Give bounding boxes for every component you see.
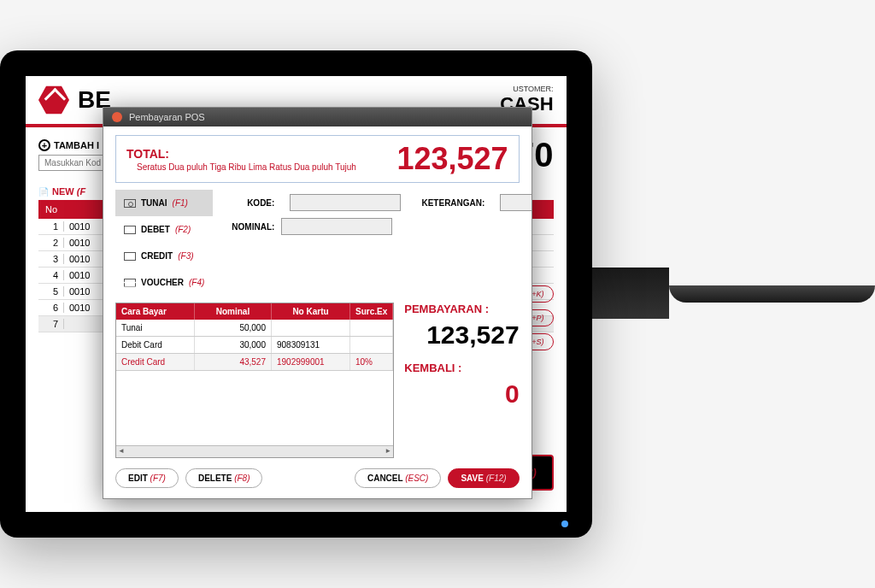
nominal-label: NOMINAL: [223,222,274,232]
kode-label: KODE: [223,198,274,208]
keterangan-input[interactable] [500,194,531,211]
modal-title-text: Pembayaran POS [129,112,205,122]
payment-method-section: TUNAI (F1)DEBET (F2)CREDIT (F3)VOUCHER (… [115,190,520,296]
monitor-stand-base [669,285,875,303]
card-icon [124,226,136,234]
plus-icon: + [38,139,50,151]
change-value: 0 [404,379,519,409]
total-panel: TOTAL: Seratus Dua puluh Tiga Ribu Lima … [115,135,520,183]
payment-modal: Pembayaran POS TOTAL: Seratus Dua puluh … [103,107,532,499]
screen: BE USTOMER: CASH +TAMBAH I 570 NEW (F No [26,76,567,512]
kode-input[interactable] [290,194,401,211]
payment-label: PEMBAYARAN : [404,303,519,315]
modal-body: TOTAL: Seratus Dua puluh Tiga Ribu Lima … [103,126,531,498]
total-label: TOTAL: [126,147,356,161]
delete-button[interactable]: DELETE (F8) [185,468,263,488]
monitor-frame: BE USTOMER: CASH +TAMBAH I 570 NEW (F No [0,50,592,538]
grid-header: Cara Bayar Nominal No Kartu Surc.Ex [116,303,393,320]
edit-button[interactable]: EDIT (F7) [115,468,179,488]
close-icon[interactable] [112,112,122,122]
payment-tab-debet[interactable]: DEBET (F2) [115,216,213,243]
change-label: KEMBALI : [404,362,519,374]
logo-hexagon-icon [38,85,69,115]
grid-body[interactable]: Tunai50,000Debit Card30,000908309131Cred… [116,320,393,445]
payment-tabs: TUNAI (F1)DEBET (F2)CREDIT (F3)VOUCHER (… [115,190,213,296]
cancel-button[interactable]: CANCEL (ESC) [355,468,442,488]
modal-titlebar[interactable]: Pembayaran POS [103,108,531,126]
summary-panel: PEMBAYARAN : 123,527 KEMBALI : 0 [404,303,519,458]
app-logo: BE [38,85,111,115]
payment-tab-tunai[interactable]: TUNAI (F1) [115,190,213,216]
power-led-icon [561,520,568,527]
horizontal-scrollbar[interactable] [116,445,393,457]
tab-new[interactable]: NEW (F [38,183,85,200]
payment-grid: Cara Bayar Nominal No Kartu Surc.Ex Tuna… [115,303,394,458]
payment-grid-row[interactable]: Tunai50,000 [116,320,393,337]
card-icon [124,252,136,261]
cash-icon [124,199,136,208]
nominal-input[interactable] [281,218,392,235]
total-words: Seratus Dua puluh Tiga Ribu Lima Ratus D… [126,162,356,172]
payment-grid-row[interactable]: Debit Card30,000908309131 [116,337,393,354]
payment-tab-voucher[interactable]: VOUCHER (F4) [115,269,213,296]
payment-tab-credit[interactable]: CREDIT (F3) [115,243,213,269]
voucher-icon [124,279,136,287]
customer-label: USTOMER: [500,85,553,93]
keterangan-label: KETERANGAN: [416,198,484,208]
save-button[interactable]: SAVE (F12) [448,468,519,488]
lower-section: Cara Bayar Nominal No Kartu Surc.Ex Tuna… [115,303,520,458]
payment-form: KODE: KETERANGAN: NOMINAL: ADD (F9) [213,190,531,296]
payment-grid-row[interactable]: Credit Card43,527190299900110% [116,354,393,371]
monitor-stand-neck [592,268,669,319]
total-amount: 123,527 [396,141,508,177]
payment-value: 123,527 [404,320,519,350]
modal-buttons: EDIT (F7) DELETE (F8) CANCEL (ESC) SAVE … [115,465,520,490]
